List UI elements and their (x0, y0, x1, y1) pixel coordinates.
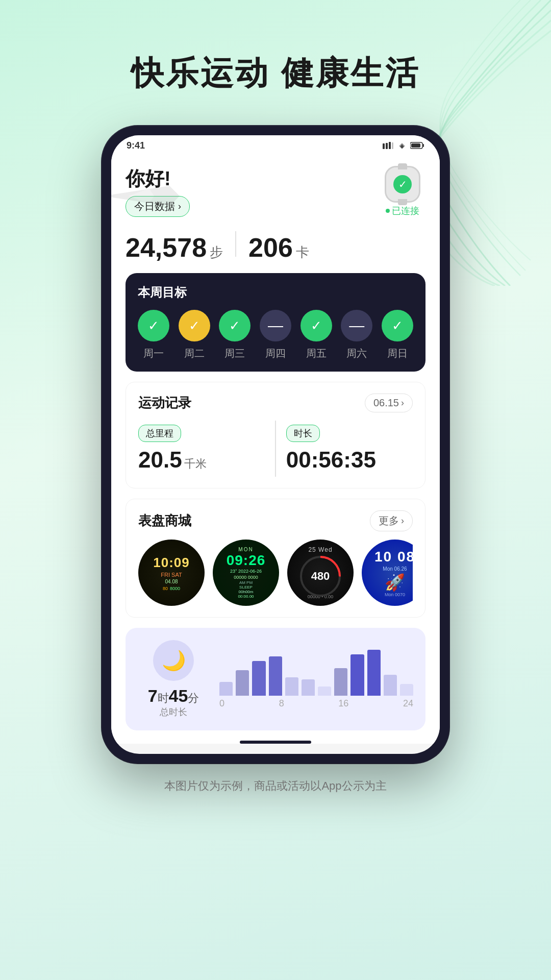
sleep-minutes-unit: 分 (188, 692, 199, 704)
duration-label: 时长 (286, 425, 320, 442)
calories-number: 206 (248, 232, 293, 263)
watch-store-more-button[interactable]: 更多 › (370, 510, 413, 531)
watch-icon-container: ✓ 已连接 (380, 166, 425, 217)
watch-store-header: 表盘商城 更多 › (138, 510, 413, 531)
phone-frame: 9:41 你好! (102, 126, 449, 763)
distance-label: 总里程 (138, 425, 181, 442)
day-label-sun: 周日 (382, 347, 413, 360)
days-labels-row: 周一 周二 周三 周四 周五 周六 周日 (138, 347, 413, 360)
day-label-tue: 周二 (179, 347, 210, 360)
sleep-icon: 🌙 (153, 640, 194, 681)
sleep-hours-unit: 时 (158, 692, 169, 704)
sleep-axis-8: 8 (279, 698, 284, 709)
weekly-goals-title: 本周目标 (138, 284, 413, 301)
sleep-bar-10 (367, 650, 381, 696)
exercise-divider (275, 421, 276, 477)
day-circle-tue: ✓ (179, 310, 210, 341)
day-label-sat: 周六 (341, 347, 372, 360)
sleep-bar-6 (302, 679, 315, 696)
exercise-record-header: 运动记录 06.15 › (138, 394, 413, 412)
distance-unit: 千米 (184, 457, 207, 470)
sleep-hours: 7 (148, 686, 158, 705)
watch-face-1[interactable]: 10:09 FRI SAT 04.08 80 8000 (138, 540, 205, 606)
svg-point-4 (402, 146, 403, 148)
day-circle-thu: — (260, 310, 291, 341)
calories-stat: 206 卡 (248, 232, 309, 263)
sleep-bar-12 (400, 684, 413, 696)
sleep-left: 🌙 7时45分 总时长 (138, 640, 209, 718)
exercise-record-section: 运动记录 06.15 › 总里程 20.5 千米 (126, 382, 425, 488)
status-bar: 9:41 (111, 135, 440, 156)
calories-unit: 卡 (296, 243, 309, 261)
distance-value: 20.5 (138, 447, 182, 472)
stats-row: 24,578 步 206 卡 (126, 231, 425, 263)
sleep-bar-11 (384, 675, 397, 696)
hero-title: 快乐运动 健康生活 (0, 0, 551, 126)
sleep-axis: 0 8 16 24 (219, 698, 413, 709)
sleep-bar-4 (269, 656, 282, 696)
svg-rect-6 (411, 143, 420, 148)
steps-stat: 24,578 步 (126, 232, 223, 263)
day-circle-sun: ✓ (382, 310, 413, 341)
sleep-bar-7 (318, 687, 331, 696)
day-label-thu: 周四 (260, 347, 291, 360)
exercise-stats-row: 总里程 20.5 千米 时长 00:56:35 (138, 421, 413, 477)
sleep-bar-2 (236, 670, 249, 696)
svg-rect-7 (423, 144, 424, 147)
day-circle-wed: ✓ (219, 310, 251, 341)
day-label-fri: 周五 (300, 347, 332, 360)
sleep-axis-24: 24 (403, 698, 413, 709)
sleep-bar-9 (350, 654, 364, 696)
svg-rect-2 (389, 142, 391, 149)
sleep-bar-1 (219, 682, 233, 696)
watch-face-3[interactable]: 25 Wed 480 00000 • 0.00 (287, 540, 354, 606)
sleep-section: 🌙 7时45分 总时长 (126, 628, 425, 730)
day-label-wed: 周三 (219, 347, 251, 360)
day-circle-fri: ✓ (300, 310, 332, 341)
day-label-mon: 周一 (138, 347, 169, 360)
svg-rect-0 (383, 143, 385, 149)
app-content: 你好! 今日数据 › (111, 156, 440, 744)
watch-store-section: 表盘商城 更多 › 10:09 FRI SAT 04.08 (126, 499, 425, 618)
sleep-axis-16: 16 (338, 698, 348, 709)
watch-body: ✓ (385, 166, 420, 203)
phone-screen: 9:41 你好! (111, 135, 440, 754)
header-section: 你好! 今日数据 › (126, 166, 425, 225)
steps-unit: 步 (210, 243, 223, 261)
sleep-bar-5 (285, 677, 298, 696)
stat-divider (235, 231, 236, 257)
distance-value-row: 20.5 千米 (138, 447, 265, 473)
watch-face-4[interactable]: 10 08 Mon 06.26 🚀 Mon 0070 (362, 540, 413, 606)
distance-stat: 总里程 20.5 千米 (138, 421, 265, 477)
home-indicator (240, 741, 311, 744)
day-circle-mon: ✓ (138, 310, 169, 341)
sleep-total-label: 总时长 (160, 706, 187, 718)
exercise-date-badge[interactable]: 06.15 › (365, 394, 413, 412)
connected-label: 已连接 (386, 205, 419, 217)
watch-faces-row: 10:09 FRI SAT 04.08 80 8000 MON 09:26 (138, 540, 413, 606)
sleep-bar-3 (252, 661, 265, 696)
footer-text: 本图片仅为示例，商品或活动以App公示为主 (0, 763, 551, 819)
days-circles-row: ✓ ✓ ✓ — ✓ — ✓ (138, 310, 413, 341)
day-circle-sat: — (341, 310, 372, 341)
weekly-goals-section: 本周目标 ✓ ✓ ✓ — ✓ — ✓ 周一 周二 周三 周四 (126, 273, 425, 372)
sleep-bar-8 (334, 668, 347, 696)
sleep-axis-0: 0 (219, 698, 224, 709)
watch-check-icon: ✓ (393, 175, 412, 193)
svg-rect-1 (386, 143, 388, 149)
steps-number: 24,578 (126, 232, 207, 263)
duration-value: 00:56:35 (286, 447, 413, 473)
watch-store-title: 表盘商城 (138, 512, 191, 530)
connected-dot (386, 209, 390, 213)
duration-stat: 时长 00:56:35 (286, 421, 413, 477)
sleep-minutes: 45 (169, 686, 188, 705)
exercise-record-title: 运动记录 (138, 394, 191, 412)
sleep-duration: 7时45分 (148, 686, 199, 706)
svg-rect-3 (392, 142, 393, 149)
watch-face-2[interactable]: MON 09:26 23° 2022-06-26 00000 0000 AM P… (213, 540, 279, 606)
